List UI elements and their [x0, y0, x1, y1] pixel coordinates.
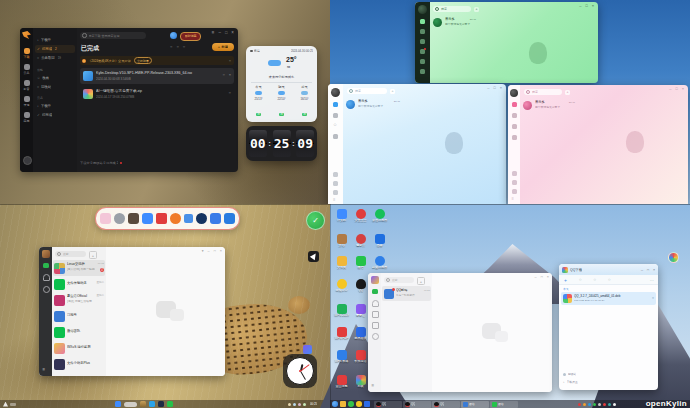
- desktop-icon-browser-c[interactable]: 超星浏览器: [370, 256, 389, 270]
- tray-icon-6[interactable]: [603, 403, 606, 406]
- qq-window-blue[interactable]: ☆ ≡ 搜索 + 养乐多 23:45 这个表情包太可爱了 – □ ×: [328, 84, 506, 204]
- desktop-icon-dict[interactable]: 金山词霸: [332, 375, 351, 389]
- cloud-icon[interactable]: [333, 190, 338, 195]
- more-grid-icon[interactable]: [420, 69, 425, 74]
- dock-app-9-icon[interactable]: [210, 213, 221, 224]
- maximize-icon[interactable]: □: [585, 4, 587, 8]
- screenshot-icon[interactable]: [512, 171, 517, 176]
- dock-app-8-icon[interactable]: [196, 213, 207, 224]
- add-task-icon[interactable]: +: [564, 277, 567, 283]
- minimize-icon[interactable]: –: [208, 249, 210, 253]
- desktop-b-wallpaper[interactable]: 搜索 + 养乐多 23:45 这个表情包太可爱了 – □ × ☆: [330, 0, 690, 204]
- desktop-icon-documents[interactable]: 文档: [332, 234, 351, 248]
- task-button-wechat-2[interactable]: 微信: [490, 401, 518, 408]
- desktop-icon-security[interactable]: 安全卫士: [351, 209, 370, 223]
- chat-item-4[interactable]: 订阅号: [53, 308, 105, 324]
- qq-green-search-input[interactable]: 搜索: [433, 6, 471, 12]
- promo-badge-button[interactable]: 限时特惠: [180, 32, 201, 41]
- tray-icon-4[interactable]: [593, 403, 596, 406]
- settings-gear-icon[interactable]: [43, 286, 50, 293]
- chat-item-5[interactable]: 微信团队: [53, 324, 105, 340]
- minimize-icon[interactable]: –: [535, 275, 537, 279]
- close-icon[interactable]: ×: [547, 275, 549, 279]
- maximize-icon[interactable]: □: [647, 268, 649, 272]
- task-button-qq-3[interactable]: QQ: [432, 401, 460, 408]
- filter-icon[interactable]: ○: [183, 45, 185, 49]
- desktop-icon-folder[interactable]: 文件夹: [332, 256, 351, 270]
- menu-icon[interactable]: ≡: [212, 31, 215, 35]
- task-button-wechat-1[interactable]: 微信: [461, 401, 489, 408]
- sidebar-item-recycle[interactable]: ○ 回收站: [35, 83, 75, 91]
- contacts-icon[interactable]: [43, 274, 50, 281]
- folder-icon[interactable]: [333, 181, 338, 186]
- qdl-settings-link[interactable]: ↓ 下载设置: [563, 380, 578, 384]
- minimize-icon[interactable]: –: [218, 31, 221, 35]
- desktop-icon-wps[interactable]: WPS 2019: [332, 304, 351, 318]
- dock-app-5-icon[interactable]: [156, 213, 167, 224]
- tray-icon-3[interactable]: [298, 403, 301, 406]
- pause-all-icon[interactable]: ○: [579, 278, 582, 282]
- rail-discover-icon[interactable]: [24, 96, 30, 102]
- close-icon[interactable]: ×: [500, 86, 502, 90]
- user-avatar[interactable]: [510, 89, 518, 97]
- add-chat-button[interactable]: +: [390, 89, 395, 94]
- new-chat-button[interactable]: +: [89, 251, 97, 259]
- close-icon[interactable]: ×: [592, 4, 594, 8]
- maximize-icon[interactable]: □: [214, 249, 216, 253]
- maximize-icon[interactable]: □: [493, 86, 495, 90]
- start-menu-icon[interactable]: [3, 402, 8, 407]
- promo-banner[interactable]: 《2024热映4K大片》全员好评 立即观看 ×: [80, 56, 234, 65]
- delete-icon[interactable]: ○: [223, 73, 225, 77]
- thunder-search-input[interactable]: 搜索下载·全网搜索资源: [80, 32, 146, 39]
- tray-icon-2[interactable]: [293, 403, 296, 406]
- dock-app-3-icon[interactable]: [128, 213, 139, 224]
- wechat-search-input[interactable]: 搜索: [55, 251, 86, 257]
- desktop-icon-browser-e[interactable]: 极速浏览器: [370, 209, 389, 223]
- wechat-window[interactable]: ≡ 搜索 + Linux交流群 00:12 [有人@我] 今晚一起测试 4 文件…: [39, 247, 225, 376]
- chat-item-1[interactable]: Linux交流群 00:12 [有人@我] 今晚一起测试 4: [53, 260, 105, 276]
- thunder-window[interactable]: 下载 云盘 影音 发现 应用 ↓ 下载中 ✓ 已完成: [20, 28, 238, 172]
- tray-icon-4[interactable]: [303, 403, 306, 406]
- chat-item-2[interactable]: 文件传输助手 星期二: [53, 276, 105, 292]
- cloud-icon[interactable]: [512, 189, 517, 194]
- qdl-file-item[interactable]: QQ_3.2.7_240425_amd64_01.deb 108.9MB 202…: [561, 292, 656, 305]
- delete-task-icon[interactable]: ○: [608, 278, 611, 282]
- tray-icon-5[interactable]: [598, 403, 601, 406]
- sidebar-item-cloud-downloading[interactable]: ↓ 下载中: [35, 102, 75, 110]
- qdl-titlebar[interactable]: QQ下载 – □ ×: [559, 264, 658, 275]
- tray-icon-1[interactable]: [578, 403, 581, 406]
- taskbar-app-1-icon[interactable]: [115, 401, 121, 407]
- dock-app-10-icon[interactable]: [224, 213, 235, 224]
- user-avatar[interactable]: [418, 5, 427, 14]
- maximize-icon[interactable]: □: [225, 31, 227, 35]
- more-grid-icon[interactable]: [333, 134, 338, 139]
- messages-icon[interactable]: [420, 19, 425, 24]
- task-button-qq-1[interactable]: QQ: [374, 401, 402, 408]
- analog-clock-widget[interactable]: [283, 354, 317, 388]
- download-item-1[interactable]: Kylin-Desktop-V10-SP1-HWE-PP-Release-230…: [80, 68, 234, 84]
- rail-support-avatar[interactable]: [23, 156, 32, 165]
- file-manager-icon[interactable]: [340, 401, 346, 407]
- wechat-window-light[interactable]: ≡ 搜索 + QQ邮箱 00:21 你有一封新邮件: [368, 273, 552, 392]
- taskbar-app-2-icon[interactable]: [140, 401, 146, 407]
- remove-icon[interactable]: ×: [229, 73, 231, 77]
- input-method-icon[interactable]: [668, 252, 679, 263]
- open-folder-icon[interactable]: ○: [229, 91, 231, 95]
- contacts-icon[interactable]: [372, 300, 379, 307]
- folder-open-icon[interactable]: ○: [170, 45, 172, 49]
- taskbar-app-5-icon[interactable]: [167, 401, 173, 407]
- taskbar-widget-icon[interactable]: [10, 403, 16, 406]
- chats-icon[interactable]: [372, 289, 378, 294]
- locate-file-icon[interactable]: ○: [652, 296, 654, 300]
- qq-window-pink[interactable]: ≡ 搜索 + 养乐多 23:45 这个表情包太可爱了 – □ ×: [508, 85, 688, 204]
- desktop-a-wallpaper[interactable]: 下载 云盘 影音 发现 应用 ↓ 下载中 ✓ 已完成: [0, 0, 330, 204]
- taskbar-app-3-icon[interactable]: [149, 401, 155, 407]
- tray-icon-2[interactable]: [583, 403, 586, 406]
- qq-blue-search-input[interactable]: 搜索: [347, 88, 387, 94]
- desktop-icon-thunder[interactable]: 迅雷: [370, 234, 389, 248]
- settings-gear-icon[interactable]: [372, 333, 379, 340]
- more-grid-icon[interactable]: [512, 135, 517, 140]
- dock-app-4-icon[interactable]: [142, 213, 153, 224]
- rail-cloud-icon[interactable]: [24, 64, 30, 70]
- new-chat-button[interactable]: +: [417, 277, 425, 285]
